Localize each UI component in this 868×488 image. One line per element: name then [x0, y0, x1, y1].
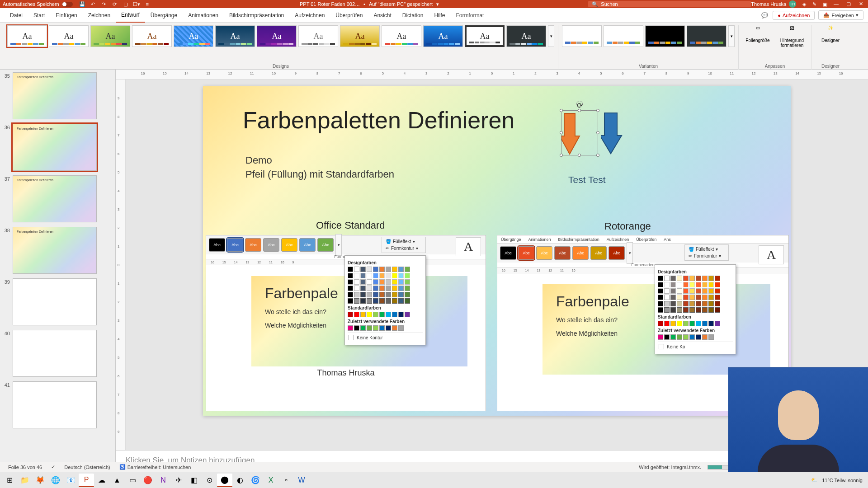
design-thumb[interactable]: Aa	[340, 25, 380, 47]
slide-thumbnail[interactable]: 37Farbenpaletten Definieren	[2, 175, 113, 222]
minimize-button[interactable]: —	[834, 1, 840, 7]
design-gallery[interactable]: AaAaAaAaAaAaAaAaAaAaAaAaAa▾	[7, 25, 554, 47]
tab-ueberpruefen[interactable]: Überprüfen	[330, 8, 368, 23]
tab-dictation[interactable]: Dictation	[397, 8, 429, 23]
design-thumb[interactable]: Aa	[215, 25, 255, 47]
slide-title[interactable]: Farbenpaletten Definieren	[243, 107, 514, 134]
window-icon[interactable]: ▣	[823, 1, 827, 7]
rotation-handle[interactable]: ⟳	[576, 101, 583, 107]
tab-aufzeichnen[interactable]: Aufzeichnen	[289, 8, 330, 23]
redo-icon[interactable]: ↷	[101, 1, 107, 7]
save-icon[interactable]: 💾	[79, 1, 85, 7]
record-button[interactable]: Aufzeichnen	[773, 11, 815, 20]
tab-start[interactable]: Start	[28, 8, 50, 23]
slide[interactable]: Farbenpaletten Definieren Demo Pfeil (Fü…	[203, 86, 791, 416]
tab-uebergaenge[interactable]: Übergänge	[145, 8, 183, 23]
variant-thumb[interactable]	[562, 25, 602, 47]
toggle-switch[interactable]	[62, 2, 73, 7]
explorer-icon[interactable]: 📁	[17, 474, 33, 487]
arrow-shape-blue[interactable]	[601, 110, 623, 155]
app-icon[interactable]: 🔴	[140, 474, 156, 487]
tab-bildschirmpraesentation[interactable]: Bildschirmpräsentation	[224, 8, 289, 23]
edge-icon[interactable]: 🌀	[248, 474, 263, 487]
demo-text[interactable]: Demo Pfeil (Füllung) mit Standardfarben	[245, 154, 394, 182]
slide-thumbnail-panel[interactable]: 35Farbenpaletten Definieren36Farbenpalet…	[0, 70, 116, 472]
design-thumb[interactable]: Aa	[132, 25, 172, 47]
slide-counter[interactable]: Folie 36 von 46	[4, 465, 47, 470]
design-thumb[interactable]: Aa	[298, 25, 338, 47]
obs-icon[interactable]: ⬤	[217, 474, 232, 487]
saved-location[interactable]: Auf "diesem PC" gespeichert	[369, 1, 433, 7]
autosave-toggle[interactable]: Automatisches Speichern	[3, 1, 73, 7]
maximize-button[interactable]: ▢	[846, 1, 853, 7]
system-tray[interactable]: ⛅ 11°C Teilw. sonnig	[811, 477, 866, 483]
powerpoint-icon[interactable]: P	[79, 474, 94, 487]
design-thumb[interactable]: Aa	[49, 25, 89, 47]
slide-thumbnail[interactable]: 36Farbenpaletten Definieren	[2, 124, 113, 171]
design-thumb[interactable]: Aa	[506, 25, 546, 47]
share-button[interactable]: 📤 Freigeben ▾	[818, 10, 863, 20]
tab-formformat[interactable]: Formformat	[450, 8, 489, 23]
touch-icon[interactable]: ☐▾	[133, 1, 140, 7]
design-thumb[interactable]: Aa	[423, 25, 463, 47]
variant-thumb[interactable]	[604, 25, 643, 47]
telegram-icon[interactable]: ✈	[171, 474, 186, 487]
variant-gallery[interactable]: ▾	[562, 25, 735, 47]
slide-thumbnail[interactable]: 41	[2, 381, 113, 428]
arrow-shape-orange[interactable]	[561, 111, 599, 156]
tab-datei[interactable]: Datei	[5, 8, 28, 23]
slide-thumbnail[interactable]: 40	[2, 330, 113, 377]
language-status[interactable]: Deutsch (Österreich)	[60, 465, 114, 470]
slide-thumbnail[interactable]: 38Farbenpaletten Definieren	[2, 227, 113, 274]
selection-box[interactable]: ⟳	[561, 110, 598, 155]
accessibility-status[interactable]: ♿ Barrierefreiheit: Untersuchen	[115, 464, 196, 470]
background-format-button[interactable]: 🖼 Hintergrund formatieren	[777, 25, 807, 48]
tab-animationen[interactable]: Animationen	[183, 8, 224, 23]
outlook-icon[interactable]: 📧	[63, 474, 79, 487]
undo-icon[interactable]: ↶	[90, 1, 96, 7]
design-thumb[interactable]: Aa	[90, 25, 130, 47]
app-icon[interactable]: ⊙	[202, 474, 217, 487]
present-icon[interactable]: ▢	[123, 1, 129, 7]
app-icon[interactable]: ▫	[278, 474, 294, 487]
onenote-icon[interactable]: N	[156, 474, 171, 487]
tab-zeichnen[interactable]: Zeichnen	[83, 8, 116, 23]
left-section-label[interactable]: Office Standard	[316, 220, 385, 231]
app-icon[interactable]: ◧	[186, 474, 202, 487]
word-icon[interactable]: W	[294, 474, 309, 487]
variant-thumb[interactable]	[645, 25, 685, 47]
design-thumb[interactable]: Aa	[174, 25, 213, 47]
start-button[interactable]: ⊞	[2, 474, 17, 487]
close-button[interactable]: ✕	[859, 1, 865, 7]
weather-icon[interactable]: ⛅	[811, 477, 817, 483]
qat-more-icon[interactable]: ≡	[144, 1, 151, 7]
vlc-icon[interactable]: ▲	[109, 474, 125, 487]
tab-ansicht[interactable]: Ansicht	[368, 8, 396, 23]
search-box[interactable]: 🔍 Suchen	[588, 1, 751, 7]
slide-thumbnail[interactable]: 39	[2, 278, 113, 325]
file-name[interactable]: PPT 01 Roter Faden 002…	[300, 1, 360, 7]
design-thumb[interactable]: Aa	[465, 25, 505, 47]
refresh-icon[interactable]: ⟳	[112, 1, 118, 7]
excel-icon[interactable]: X	[263, 474, 278, 487]
app-icon[interactable]: ☁	[94, 474, 109, 487]
app-icon[interactable]: ◐	[232, 474, 248, 487]
slide-size-button[interactable]: ▭ Foliengröße	[742, 25, 773, 48]
comments-icon[interactable]: 💬	[760, 12, 769, 19]
design-thumb[interactable]: Aa	[7, 25, 47, 47]
variants-more-icon[interactable]: ▾	[728, 25, 735, 47]
spellcheck-icon[interactable]: ✓	[47, 464, 60, 470]
app-icon[interactable]: ▭	[125, 474, 140, 487]
variant-thumb[interactable]	[687, 25, 726, 47]
test-text[interactable]: Test Test	[568, 174, 605, 185]
slide-thumbnail[interactable]: 35Farbenpaletten Definieren	[2, 72, 113, 119]
tab-hilfe[interactable]: Hilfe	[429, 8, 450, 23]
designer-button[interactable]: ✨ Designer	[815, 25, 846, 43]
firefox-icon[interactable]: 🦊	[33, 474, 48, 487]
user-account[interactable]: Thomas Hruska TH	[751, 0, 796, 8]
chrome-icon[interactable]: 🌐	[48, 474, 63, 487]
tab-entwurf[interactable]: Entwurf	[116, 8, 145, 23]
brush-icon[interactable]: ✎	[812, 1, 816, 7]
designs-more-icon[interactable]: ▾	[548, 25, 554, 47]
right-section-label[interactable]: Rotorange	[604, 221, 651, 232]
